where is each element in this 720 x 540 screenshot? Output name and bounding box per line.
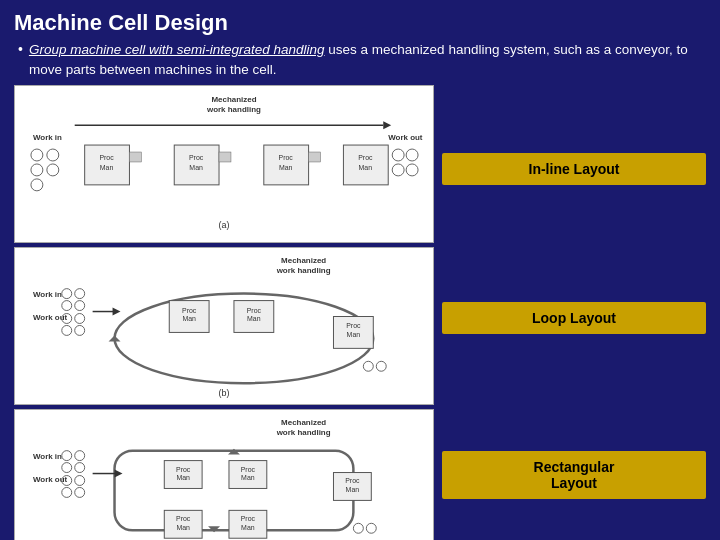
- svg-text:Mechanized: Mechanized: [281, 418, 326, 427]
- svg-text:Work out: Work out: [388, 133, 423, 142]
- svg-text:Proc: Proc: [176, 466, 191, 473]
- svg-point-73: [75, 487, 85, 497]
- svg-text:Man: Man: [241, 524, 255, 531]
- svg-point-44: [75, 326, 85, 336]
- svg-text:Proc: Proc: [279, 154, 294, 161]
- svg-point-42: [75, 314, 85, 324]
- svg-point-67: [75, 451, 85, 461]
- svg-text:(a): (a): [219, 220, 230, 230]
- svg-text:Man: Man: [279, 164, 293, 171]
- svg-point-40: [75, 301, 85, 311]
- svg-text:Proc: Proc: [182, 307, 197, 314]
- svg-point-6: [31, 149, 43, 161]
- svg-text:work handling: work handling: [276, 428, 331, 437]
- svg-rect-18: [129, 152, 141, 162]
- svg-rect-22: [219, 152, 231, 162]
- svg-point-14: [406, 164, 418, 176]
- svg-point-43: [62, 326, 72, 336]
- svg-text:Man: Man: [347, 331, 361, 338]
- page-title: Machine Cell Design: [14, 10, 706, 36]
- svg-text:Man: Man: [359, 164, 373, 171]
- svg-point-38: [75, 289, 85, 299]
- loop-diagram: Mechanized work handling Work in Work ou…: [14, 247, 434, 405]
- diagram-column: Mechanized work handling Work in Work ou…: [14, 85, 434, 540]
- svg-text:Man: Man: [247, 316, 261, 323]
- italic-text: Group machine cell with semi-integrated …: [29, 42, 325, 57]
- inline-diagram: Mechanized work handling Work in Work ou…: [14, 85, 434, 243]
- svg-point-72: [62, 487, 72, 497]
- svg-text:Proc: Proc: [99, 154, 114, 161]
- svg-text:Man: Man: [241, 474, 255, 481]
- svg-text:Man: Man: [176, 524, 190, 531]
- bullet-text: Group machine cell with semi-integrated …: [29, 40, 706, 79]
- svg-point-68: [62, 463, 72, 473]
- svg-text:Work in: Work in: [33, 452, 62, 461]
- svg-text:Proc: Proc: [176, 515, 191, 522]
- svg-marker-75: [115, 470, 123, 478]
- svg-marker-46: [113, 308, 121, 316]
- content-area: Mechanized work handling Work in Work ou…: [14, 85, 706, 540]
- svg-point-12: [392, 164, 404, 176]
- svg-point-7: [31, 164, 43, 176]
- svg-point-69: [75, 463, 85, 473]
- svg-marker-36: [109, 335, 121, 341]
- svg-point-9: [47, 149, 59, 161]
- svg-point-37: [62, 289, 72, 299]
- svg-text:Man: Man: [100, 164, 114, 171]
- svg-marker-3: [383, 121, 391, 129]
- svg-text:Proc: Proc: [358, 154, 373, 161]
- svg-point-57: [376, 361, 386, 371]
- svg-point-39: [62, 301, 72, 311]
- svg-point-66: [62, 451, 72, 461]
- svg-text:work handling: work handling: [206, 105, 261, 114]
- svg-text:Man: Man: [189, 164, 203, 171]
- svg-text:Mechanized: Mechanized: [211, 95, 256, 104]
- svg-point-11: [392, 149, 404, 161]
- svg-rect-26: [309, 152, 321, 162]
- svg-text:Proc: Proc: [345, 477, 360, 484]
- svg-point-71: [75, 475, 85, 485]
- svg-point-85: [353, 523, 363, 533]
- rect-diagram: Mechanized work handling Work in Work ou…: [14, 409, 434, 540]
- svg-text:Work in: Work in: [33, 133, 62, 142]
- svg-text:Man: Man: [346, 486, 360, 493]
- svg-text:Work in: Work in: [33, 290, 62, 299]
- svg-point-86: [366, 523, 376, 533]
- svg-point-8: [31, 179, 43, 191]
- svg-point-10: [47, 164, 59, 176]
- svg-text:Proc: Proc: [189, 154, 204, 161]
- svg-point-56: [363, 361, 373, 371]
- svg-text:work handling: work handling: [276, 266, 331, 275]
- svg-text:Proc: Proc: [241, 515, 256, 522]
- svg-text:Proc: Proc: [241, 466, 256, 473]
- rectangular-layout-label: Rectangular Layout: [442, 451, 706, 499]
- svg-text:Proc: Proc: [247, 307, 262, 314]
- svg-text:Man: Man: [176, 474, 190, 481]
- svg-text:Mechanized: Mechanized: [281, 256, 326, 265]
- svg-text:Proc: Proc: [346, 322, 361, 329]
- svg-text:(b): (b): [219, 388, 230, 398]
- svg-text:Man: Man: [182, 316, 196, 323]
- loop-layout-label: Loop Layout: [442, 302, 706, 334]
- svg-point-13: [406, 149, 418, 161]
- bullet-point: •: [18, 41, 23, 57]
- page: Machine Cell Design • Group machine cell…: [0, 0, 720, 540]
- bullet-section: • Group machine cell with semi-integrate…: [14, 40, 706, 79]
- inline-layout-label: In-line Layout: [442, 153, 706, 185]
- labels-column: In-line Layout Loop Layout Rectangular L…: [442, 85, 706, 540]
